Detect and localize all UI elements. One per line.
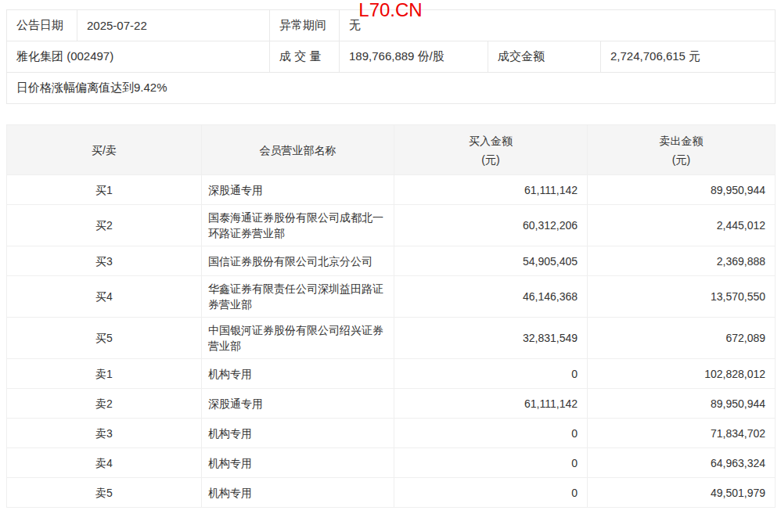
header-sell-amount-sub: (元) [592, 150, 770, 169]
stock-info-panel: 公告日期 2025-07-22 异常期间 无 雅化集团 (002497) 成 交… [6, 9, 776, 104]
side-rank-cell: 卖2 [7, 389, 202, 419]
buy-amount-cell: 0 [394, 419, 588, 448]
broker-table-row: 卖3 机构专用 0 71,834,702 [7, 419, 776, 448]
broker-name-cell: 国泰海通证券股份有限公司成都北一环路证券营业部 [202, 205, 394, 246]
header-sell-amount-label: 卖出金额 [592, 131, 770, 150]
broker-table-header: 买/卖 会员营业部名称 买入金额 (元) 卖出金额 (元) [7, 125, 776, 175]
sell-amount-cell: 89,950,944 [588, 389, 776, 419]
buy-amount-cell: 60,312,206 [394, 205, 588, 246]
site-watermark: L70.CN [358, 0, 422, 21]
broker-table-row: 买5 中国银河证券股份有限公司绍兴证券营业部 32,831,549 672,08… [7, 318, 776, 359]
turnover-value: 2,724,706,615 元 [601, 41, 776, 73]
broker-table-body: 买1 深股通专用 61,111,142 89,950,944 买2 国泰海通证券… [7, 175, 776, 508]
announce-date-value: 2025-07-22 [77, 10, 270, 41]
buy-amount-cell: 0 [394, 359, 588, 389]
broker-name-cell: 中国银河证券股份有限公司绍兴证券营业部 [202, 318, 394, 359]
announce-date-label: 公告日期 [7, 10, 77, 41]
buy-amount-cell: 0 [394, 478, 588, 508]
deviation-note: 日价格涨幅偏离值达到9.42% [7, 73, 776, 104]
volume-label: 成 交 量 [270, 41, 340, 73]
sell-amount-cell: 71,834,702 [588, 419, 776, 448]
sell-amount-cell: 89,950,944 [588, 175, 776, 205]
header-broker-name: 会员营业部名称 [202, 125, 394, 175]
broker-name-cell: 国信证券股份有限公司北京分公司 [202, 246, 394, 276]
side-rank-cell: 卖5 [7, 478, 202, 508]
side-rank-cell: 买1 [7, 175, 202, 205]
broker-table-row: 卖2 深股通专用 61,111,142 89,950,944 [7, 389, 776, 419]
info-row-volume: 雅化集团 (002497) 成 交 量 189,766,889 份/股 成交金额… [7, 41, 776, 73]
header-buy-amount-sub: (元) [399, 150, 582, 169]
broker-table-row: 买1 深股通专用 61,111,142 89,950,944 [7, 175, 776, 205]
header-broker-name-label: 会员营业部名称 [207, 141, 389, 160]
broker-ranking-table: 买/卖 会员营业部名称 买入金额 (元) 卖出金额 (元) 买1 深股通 [6, 124, 776, 508]
buy-amount-cell: 61,111,142 [394, 175, 588, 205]
side-rank-cell: 买3 [7, 246, 202, 276]
sell-amount-cell: 49,501,979 [588, 478, 776, 508]
broker-name-cell: 深股通专用 [202, 389, 394, 419]
side-rank-cell: 卖3 [7, 419, 202, 448]
sell-amount-cell: 64,963,324 [588, 448, 776, 478]
broker-name-cell: 机构专用 [202, 478, 394, 508]
sell-amount-cell: 102,828,012 [588, 359, 776, 389]
volume-value: 189,766,889 份/股 [340, 41, 488, 73]
broker-name-cell: 华鑫证券有限责任公司深圳益田路证券营业部 [202, 276, 394, 318]
broker-table-row: 买3 国信证券股份有限公司北京分公司 54,905,405 2,369,888 [7, 246, 776, 276]
broker-table-row: 买4 华鑫证券有限责任公司深圳益田路证券营业部 46,146,368 13,57… [7, 276, 776, 318]
sell-amount-cell: 2,445,012 [588, 205, 776, 246]
buy-amount-cell: 61,111,142 [394, 389, 588, 419]
sell-amount-cell: 2,369,888 [588, 246, 776, 276]
side-rank-cell: 买2 [7, 205, 202, 246]
header-sell-amount: 卖出金额 (元) [588, 125, 776, 175]
side-rank-cell: 买5 [7, 318, 202, 359]
stock-name: 雅化集团 (002497) [7, 41, 270, 73]
broker-name-cell: 机构专用 [202, 448, 394, 478]
side-rank-cell: 买4 [7, 276, 202, 318]
buy-amount-cell: 46,146,368 [394, 276, 588, 318]
sell-amount-cell: 13,570,550 [588, 276, 776, 318]
buy-amount-cell: 0 [394, 448, 588, 478]
broker-name-cell: 机构专用 [202, 419, 394, 448]
broker-name-cell: 机构专用 [202, 359, 394, 389]
broker-table-row: 卖4 机构专用 0 64,963,324 [7, 448, 776, 478]
broker-table-row: 卖5 机构专用 0 49,501,979 [7, 478, 776, 508]
turnover-label: 成交金额 [488, 41, 601, 73]
abnormal-period-label: 异常期间 [270, 10, 340, 41]
sell-amount-cell: 672,089 [588, 318, 776, 359]
buy-amount-cell: 54,905,405 [394, 246, 588, 276]
broker-table-row: 买2 国泰海通证券股份有限公司成都北一环路证券营业部 60,312,206 2,… [7, 205, 776, 246]
page: L70.CN 公告日期 2025-07-22 异常期间 无 雅化集团 (0024… [0, 0, 781, 508]
broker-name-cell: 深股通专用 [202, 175, 394, 205]
header-buy-amount: 买入金额 (元) [394, 125, 588, 175]
side-rank-cell: 卖4 [7, 448, 202, 478]
header-side: 买/卖 [7, 125, 202, 175]
buy-amount-cell: 32,831,549 [394, 318, 588, 359]
info-row-note: 日价格涨幅偏离值达到9.42% [7, 73, 776, 104]
side-rank-cell: 卖1 [7, 359, 202, 389]
header-buy-amount-label: 买入金额 [399, 131, 582, 150]
broker-table-row: 卖1 机构专用 0 102,828,012 [7, 359, 776, 389]
header-side-label: 买/卖 [12, 141, 196, 160]
